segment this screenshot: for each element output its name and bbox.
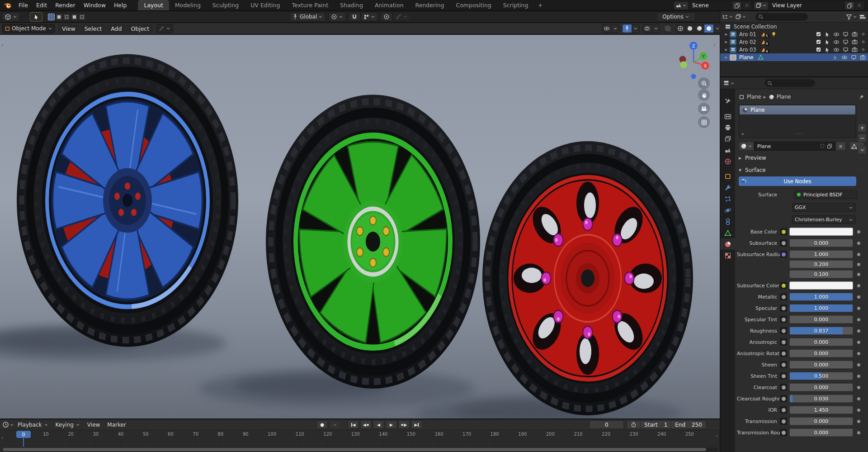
disable-viewports-toggle[interactable] <box>843 39 849 45</box>
jump-to-start-button[interactable]: ◀ <box>348 420 359 429</box>
tab-object[interactable] <box>720 171 735 182</box>
input-socket-button[interactable] <box>780 418 787 425</box>
slot-list-disclosure-icon[interactable]: ▶ <box>742 132 744 136</box>
fake-user-shield-icon[interactable] <box>820 143 825 149</box>
xray-toggle[interactable] <box>663 24 673 33</box>
tab-view-layer[interactable] <box>720 133 735 144</box>
breadcrumb-object[interactable]: Plane <box>747 94 761 100</box>
select-mode-invert[interactable] <box>71 14 78 20</box>
panel-preview[interactable]: ▶ Preview ···· <box>735 153 868 163</box>
workspace-tab[interactable]: UV Editing <box>245 0 286 10</box>
disable-render-toggle[interactable] <box>852 39 858 45</box>
disclosure-icon[interactable]: ▶ <box>723 40 730 44</box>
value-slider[interactable]: 0.030 <box>789 395 853 403</box>
properties-editor-type-button[interactable] <box>723 80 735 86</box>
current-frame-badge[interactable]: 0 <box>16 431 31 438</box>
disclosure-icon[interactable]: ▶ <box>723 48 730 52</box>
selectable-toggle[interactable] <box>833 55 838 60</box>
subsurface-method-dropdown[interactable]: Christensen-Burley <box>792 215 856 224</box>
keyframe-dot[interactable] <box>857 397 860 400</box>
adjust-last-operation-dropdown[interactable] <box>156 24 173 33</box>
input-socket-button[interactable] <box>780 327 787 334</box>
timeline-menu-item[interactable]: Marker <box>104 422 129 428</box>
view-layer-new-button[interactable] <box>844 1 854 10</box>
keyframe-dot[interactable] <box>857 242 860 245</box>
topbar-menu-item[interactable]: Render <box>51 2 80 9</box>
value-slider[interactable]: 0.100 <box>789 270 853 278</box>
viewport-menu-item[interactable]: Add <box>107 24 126 33</box>
value-slider[interactable]: 1.000 <box>789 250 853 258</box>
outliner-scope-dropdown[interactable] <box>735 14 746 20</box>
tab-material[interactable] <box>720 238 735 250</box>
value-slider[interactable]: 0.000 <box>789 361 853 369</box>
hide-viewport-toggle[interactable] <box>833 47 840 53</box>
outliner-filter-dropdown[interactable] <box>846 14 857 20</box>
hide-viewport-toggle[interactable] <box>841 54 848 61</box>
proportional-editing-toggle[interactable] <box>381 12 392 21</box>
scene-new-button[interactable] <box>732 1 742 10</box>
selectable-toggle[interactable] <box>825 39 830 45</box>
scene-browse-button[interactable] <box>674 1 689 10</box>
remove-material-slot-button[interactable]: − <box>858 133 867 142</box>
view-layer-name-field[interactable]: View Layer <box>769 1 844 10</box>
keyframe-dot[interactable] <box>857 363 860 366</box>
properties-search-input[interactable] <box>764 79 815 87</box>
viewport-menu-item[interactable]: Object <box>127 24 153 33</box>
input-socket-button[interactable] <box>780 251 787 258</box>
next-keyframe-button[interactable]: ◆▶ <box>398 420 410 429</box>
scene-name-field[interactable]: Scene <box>689 1 732 10</box>
workspace-tab[interactable]: Scripting <box>497 0 534 10</box>
distribution-dropdown[interactable]: GGX <box>792 203 856 212</box>
overlays-toggle[interactable] <box>643 24 652 33</box>
input-socket-button[interactable] <box>780 406 787 414</box>
timeline-menu-item[interactable]: Playback <box>14 422 52 428</box>
color-swatch[interactable] <box>789 281 853 290</box>
play-button[interactable]: ▶ <box>386 420 397 429</box>
pivot-point-dropdown[interactable] <box>328 12 346 21</box>
select-mode-extend[interactable] <box>56 14 62 20</box>
material-slot[interactable]: Plane <box>740 105 855 114</box>
keyframe-dot[interactable] <box>857 329 860 333</box>
value-slider[interactable]: 0.200 <box>789 260 853 268</box>
input-socket-button[interactable] <box>780 384 787 391</box>
surface-shader-field[interactable]: Principled BSDF <box>794 190 858 199</box>
current-frame-field[interactable]: 0 <box>589 420 624 429</box>
duplicate-material-icon[interactable] <box>827 143 832 149</box>
outliner-row-scene-collection[interactable]: Scene Collection <box>720 23 868 30</box>
keyframe-dot[interactable] <box>857 230 860 233</box>
topbar-menu-item[interactable]: Window <box>80 2 110 9</box>
input-socket-button[interactable] <box>780 338 787 346</box>
input-socket-button[interactable] <box>780 372 787 380</box>
keyframe-dot[interactable] <box>857 263 860 266</box>
workspace-tab[interactable]: Layout <box>138 0 169 10</box>
workspace-tab[interactable]: Sculpting <box>207 0 245 10</box>
material-slot-list[interactable]: Plane ▶ ···· <box>739 105 856 138</box>
keyframe-dot[interactable] <box>857 307 860 310</box>
workspace-tab[interactable]: Texture Paint <box>286 0 334 10</box>
value-slider[interactable]: 0.000 <box>789 338 853 346</box>
keyframe-dot[interactable] <box>857 352 860 355</box>
disable-render-toggle[interactable] <box>860 54 866 60</box>
input-socket-button[interactable] <box>780 350 787 357</box>
selectable-toggle[interactable] <box>825 47 830 52</box>
outliner-row[interactable]: ▶ Aro 01 5 <box>720 30 868 38</box>
zoom-button[interactable] <box>698 77 710 89</box>
snap-toggle[interactable] <box>349 12 360 21</box>
tab-scene[interactable] <box>720 144 735 156</box>
workspace-tab[interactable]: Shading <box>334 0 369 10</box>
panel-surface[interactable]: ▼ Surface ···· <box>735 165 868 175</box>
wheel-red[interactable] <box>482 141 693 415</box>
value-slider[interactable]: 1.000 <box>789 293 853 301</box>
disable-render-toggle[interactable] <box>852 31 858 37</box>
use-nodes-button[interactable]: Use Nodes <box>739 176 856 186</box>
value-slider[interactable]: 0.500 <box>789 372 853 380</box>
snap-settings-dropdown[interactable] <box>361 12 378 21</box>
tab-particles[interactable] <box>720 193 735 205</box>
material-name-field[interactable]: Plane <box>754 142 835 151</box>
scene-unlink-button[interactable]: × <box>742 1 752 10</box>
mode-selector[interactable]: Object Mode <box>2 24 55 33</box>
hide-viewport-toggle[interactable] <box>833 39 840 45</box>
topbar-menu-item[interactable]: Edit <box>32 2 51 9</box>
input-socket-button[interactable] <box>780 239 787 247</box>
disable-render-toggle[interactable] <box>852 47 858 52</box>
